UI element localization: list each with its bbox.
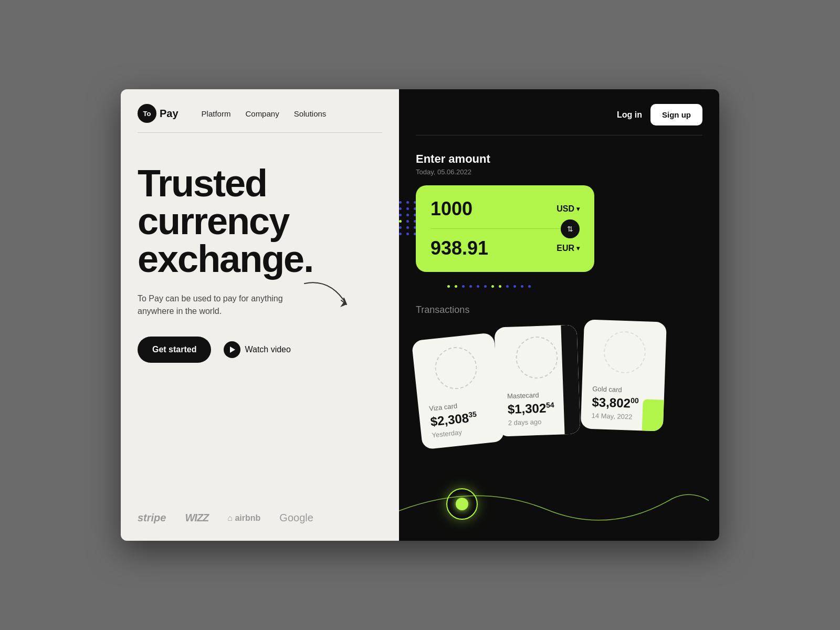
from-caret-icon: ▾	[576, 205, 580, 213]
today-date: Today, 05.06.2022	[416, 168, 702, 176]
card-dark-accent	[561, 324, 581, 434]
swap-arrows-icon: ⇅	[567, 225, 573, 233]
play-triangle-icon	[230, 346, 235, 353]
nav-solutions[interactable]: Solutions	[294, 109, 327, 118]
nav-links: Platform Company Solutions	[202, 109, 327, 118]
hero-title: Trusted currency exchange.	[138, 164, 382, 278]
nav-platform[interactable]: Platform	[202, 109, 231, 118]
nav-company[interactable]: Company	[245, 109, 279, 118]
card-amount-mastercard: $1,30254	[508, 400, 570, 417]
swap-button[interactable]: ⇅	[561, 219, 580, 238]
to-currency-select[interactable]: EUR ▾	[556, 244, 580, 253]
login-button[interactable]: Log in	[617, 110, 642, 120]
from-currency-select[interactable]: USD ▾	[556, 204, 580, 214]
left-panel: To Pay Platform Company Solutions Truste…	[121, 89, 399, 541]
cta-row: Get started Watch video	[138, 337, 382, 363]
hero-subtitle: To Pay can be used to pay for anything a…	[138, 292, 306, 318]
card-type-mastercard: Mastecard	[507, 390, 569, 400]
partner-google: Google	[279, 512, 313, 524]
play-icon	[224, 341, 240, 358]
logo-icon: To	[138, 104, 156, 123]
card-circle-viza	[433, 345, 479, 391]
enter-amount-label: Enter amount	[416, 152, 702, 166]
to-amount: 938.91	[430, 237, 488, 259]
right-panel: Log in Sign up Enter amount Today, 05.06…	[399, 89, 719, 541]
navbar-right: Log in Sign up	[399, 89, 719, 125]
logo-name: Pay	[160, 108, 178, 120]
hero-content: Trusted currency exchange. To Pay can be…	[121, 133, 399, 497]
card-green-accent	[642, 399, 664, 431]
card-type-gold: Gold card	[592, 385, 654, 395]
transaction-card-viza[interactable]: Viza card $2,30835 Yesterday	[412, 332, 505, 449]
cards-row: Viza card $2,30835 Yesterday Mastecard $…	[416, 326, 702, 435]
exchange-divider	[430, 228, 580, 229]
curve-line-decoration	[399, 436, 709, 541]
navbar-left: To Pay Platform Company Solutions	[121, 89, 399, 123]
card-circle-mastercard	[515, 335, 559, 379]
arrow-decoration	[299, 278, 362, 320]
logo[interactable]: To Pay	[138, 104, 178, 123]
exchange-to-row: 938.91 EUR ▾	[430, 237, 580, 259]
partners-row: stripe WIZZ ⌂ airbnb Google	[121, 497, 399, 541]
to-caret-icon: ▾	[576, 245, 580, 252]
dots-bottom-decoration	[447, 285, 532, 288]
exchange-card: 1000 USD ▾ 938.91 EUR ▾	[416, 185, 594, 272]
transactions-label: Transactions	[416, 304, 702, 316]
from-amount: 1000	[430, 198, 472, 220]
get-started-button[interactable]: Get started	[138, 337, 211, 363]
exchange-card-container: 1000 USD ▾ 938.91 EUR ▾	[416, 185, 594, 272]
partner-wizz: WIZZ	[185, 512, 208, 524]
card-date-mastercard: 2 days ago	[508, 417, 570, 427]
signup-button[interactable]: Sign up	[650, 104, 702, 125]
partner-airbnb: ⌂ airbnb	[227, 513, 260, 523]
dots-left-decoration	[399, 201, 417, 235]
card-circle-gold	[603, 330, 646, 374]
glow-inner	[456, 498, 468, 510]
partner-stripe: stripe	[138, 512, 166, 524]
exchange-from-row: 1000 USD ▾	[430, 198, 580, 220]
transaction-card-mastercard[interactable]: Mastecard $1,30254 2 days ago	[495, 324, 581, 436]
transaction-card-gold[interactable]: Gold card $3,80200 14 May, 2022	[580, 319, 666, 431]
watch-video-button[interactable]: Watch video	[224, 341, 290, 358]
right-content: Enter amount Today, 05.06.2022	[399, 135, 719, 435]
